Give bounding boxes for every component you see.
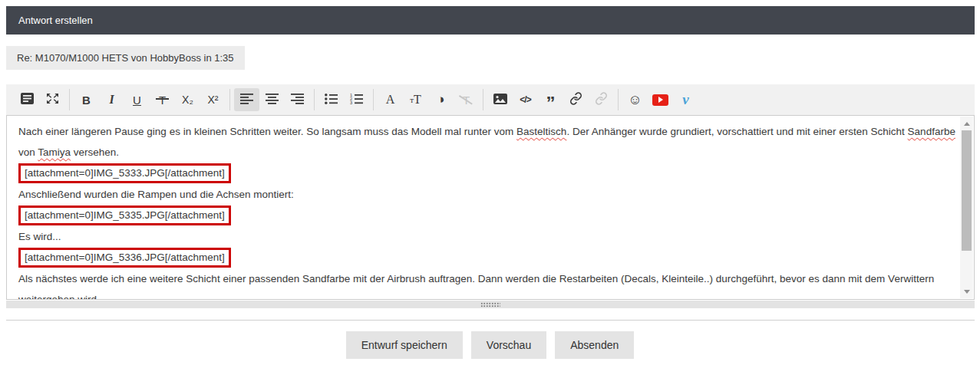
subject-badge: Re: M1070/M1000 HETS von HobbyBoss in 1:… xyxy=(6,46,245,70)
editor-paragraph: Anschließend wurden die Rampen und die A… xyxy=(18,184,956,205)
form-divider xyxy=(6,320,975,321)
numbered-list-icon: 123 xyxy=(350,94,363,107)
align-center-button[interactable] xyxy=(259,88,285,111)
misspelled-word: Tamiya xyxy=(38,146,71,158)
misspelled-word: Sandfarbe xyxy=(908,126,955,137)
remove-format-button[interactable]: T xyxy=(454,88,479,111)
toolbar-group-mode xyxy=(11,89,70,110)
toolbar-group-insert: </> ” xyxy=(483,89,619,110)
link-icon xyxy=(569,92,582,107)
superscript-icon: X² xyxy=(208,94,219,106)
editor-paragraph: Als nächstes werde ich eine weitere Schi… xyxy=(18,268,956,299)
editor-line: [attachment=0]IMG_5335.JPG[/attachment] xyxy=(18,205,956,226)
resize-grip-icon xyxy=(480,302,500,307)
numbered-list-button[interactable]: 123 xyxy=(344,88,369,111)
editor-scrollbar xyxy=(960,117,973,298)
font-size-button[interactable]: тT xyxy=(403,88,428,111)
insert-quote-button[interactable]: ” xyxy=(538,88,563,111)
smiley-icon: ☺ xyxy=(628,92,642,108)
insert-link-button[interactable] xyxy=(563,88,589,111)
image-icon xyxy=(493,94,507,107)
page-title-label: Antwort erstellen xyxy=(18,15,93,26)
editor-toolbar: B I U T X₂ X² xyxy=(6,84,975,115)
font-color-button[interactable]: ◑ xyxy=(428,88,454,111)
maximize-button[interactable] xyxy=(40,88,65,111)
youtube-icon xyxy=(652,94,668,106)
insert-image-button[interactable] xyxy=(487,88,513,111)
toolbar-group-media: ☺ v xyxy=(619,89,702,110)
subscript-icon: X₂ xyxy=(182,94,193,106)
remove-link-button[interactable] xyxy=(589,88,614,111)
code-icon: </> xyxy=(520,94,530,105)
editor-line: [attachment=0]IMG_5333.JPG[/attachment] xyxy=(18,163,956,184)
strikethrough-icon: T xyxy=(159,94,166,107)
font-color-icon: ◑ xyxy=(437,92,444,107)
form-buttons: Entwurf speichern Vorschau Absenden xyxy=(0,331,980,359)
align-left-button[interactable] xyxy=(234,88,259,111)
italic-icon: I xyxy=(109,93,114,107)
underline-icon: U xyxy=(133,94,141,107)
paragraph-text: Anschließend wurden die Rampen und die A… xyxy=(18,189,294,200)
subject-text: Re: M1070/M1000 HETS von HobbyBoss in 1:… xyxy=(17,52,234,64)
toolbar-group-align xyxy=(230,89,315,110)
paragraph-text: . Der Anhänger wurde grundiert, vorschat… xyxy=(566,126,907,137)
superscript-button[interactable]: X² xyxy=(200,88,226,111)
save-draft-button[interactable]: Entwurf speichern xyxy=(346,331,463,359)
editor-area: Nach einer längeren Pause ging es in kle… xyxy=(6,115,975,300)
paragraph-text: von xyxy=(18,146,38,158)
scrollbar-down-arrow[interactable] xyxy=(960,286,973,297)
svg-text:3: 3 xyxy=(350,100,352,104)
align-right-icon xyxy=(291,94,304,107)
toolbar-group-format: B I U T X₂ X² xyxy=(70,89,230,110)
scrollbar-up-arrow[interactable] xyxy=(960,118,973,129)
toolbar-group-lists: 123 xyxy=(315,89,374,110)
editor-paragraph: Es wird... xyxy=(18,226,956,247)
toolbar-group-font: A тT ◑ T xyxy=(374,89,483,110)
page-title: Antwort erstellen xyxy=(6,6,975,35)
bullet-list-icon xyxy=(325,94,338,107)
submit-button[interactable]: Absenden xyxy=(555,331,634,359)
source-code-button[interactable] xyxy=(15,88,40,111)
source-code-icon xyxy=(21,93,34,107)
attachment-bbcode: [attachment=0]IMG_5333.JPG[/attachment] xyxy=(18,163,231,183)
unlink-icon xyxy=(595,92,608,107)
remove-format-icon: T xyxy=(463,94,470,107)
quote-icon: ” xyxy=(546,100,556,107)
paragraph-text: versehen. xyxy=(71,146,119,158)
bullet-list-button[interactable] xyxy=(318,88,344,111)
misspelled-word: Basteltisch xyxy=(516,126,566,137)
insert-code-button[interactable]: </> xyxy=(513,88,538,111)
scrollbar-thumb[interactable] xyxy=(962,130,972,251)
preview-button[interactable]: Vorschau xyxy=(471,331,546,359)
youtube-button[interactable] xyxy=(648,88,673,111)
bold-icon: B xyxy=(82,94,91,107)
font-family-button[interactable]: A xyxy=(378,88,403,111)
italic-button[interactable]: I xyxy=(99,88,124,111)
editor-content[interactable]: Nach einer längeren Pause ging es in kle… xyxy=(7,116,959,299)
editor-resize-bar[interactable] xyxy=(6,301,975,308)
font-family-icon: A xyxy=(386,93,395,107)
align-right-button[interactable] xyxy=(285,88,310,111)
subscript-button[interactable]: X₂ xyxy=(175,88,200,111)
smiley-button[interactable]: ☺ xyxy=(622,88,648,111)
underline-button[interactable]: U xyxy=(124,88,150,111)
paragraph-text: Nach einer längeren Pause ging es in kle… xyxy=(18,126,516,137)
vimeo-icon: v xyxy=(682,91,688,108)
maximize-icon xyxy=(46,93,59,107)
paragraph-text: Es wird... xyxy=(18,231,61,242)
paragraph-text: Als nächstes werde ich eine weitere Schi… xyxy=(18,273,934,299)
strikethrough-button[interactable]: T xyxy=(150,88,175,111)
align-center-icon xyxy=(266,94,279,107)
bold-button[interactable]: B xyxy=(74,88,99,111)
reply-editor-page: Antwort erstellen Re: M1070/M1000 HETS v… xyxy=(0,0,980,365)
attachment-bbcode: [attachment=0]IMG_5335.JPG[/attachment] xyxy=(18,206,231,225)
editor-paragraph: Nach einer längeren Pause ging es in kle… xyxy=(18,121,956,163)
attachment-bbcode: [attachment=0]IMG_5336.JPG[/attachment] xyxy=(18,248,231,268)
align-left-icon xyxy=(240,94,253,107)
editor-line: [attachment=0]IMG_5336.JPG[/attachment] xyxy=(18,247,956,268)
vimeo-button[interactable]: v xyxy=(673,88,698,111)
